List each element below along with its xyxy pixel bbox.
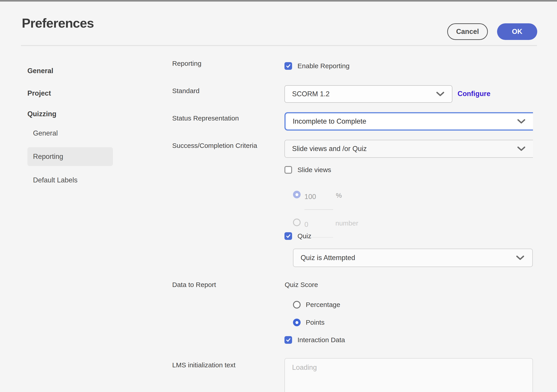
cancel-button[interactable]: Cancel bbox=[447, 23, 488, 40]
lms-initialization-text-input[interactable]: Loading bbox=[285, 358, 533, 392]
radio-dot bbox=[295, 193, 298, 196]
quiz-checkbox-label: Quiz bbox=[297, 231, 311, 241]
slide-views-number-radio bbox=[293, 219, 301, 226]
radio-dot bbox=[295, 321, 298, 324]
points-radio-label: Points bbox=[306, 318, 324, 327]
lms-initialization-text-label: LMS initialization text bbox=[172, 360, 236, 370]
percent-suffix-label: % bbox=[336, 191, 342, 200]
check-icon bbox=[286, 63, 291, 69]
percentage-radio-label: Percentage bbox=[306, 300, 340, 310]
sidebar-item-quizzing-general[interactable]: General bbox=[33, 128, 58, 138]
success-completion-criteria-label: Success/Completion Criteria bbox=[172, 141, 257, 151]
chevron-down-icon bbox=[517, 146, 533, 151]
check-icon bbox=[286, 337, 291, 343]
quiz-checkbox[interactable] bbox=[285, 232, 292, 240]
window-top-edge bbox=[0, 0, 557, 1]
status-representation-label: Status Representation bbox=[172, 113, 239, 123]
standard-select-value: SCORM 1.2 bbox=[285, 90, 436, 98]
interaction-data-checkbox[interactable] bbox=[285, 336, 292, 344]
status-representation-select-value: Incomplete to Complete bbox=[286, 117, 517, 125]
slide-views-checkbox[interactable] bbox=[285, 166, 292, 174]
sidebar-item-quizzing-reporting[interactable]: Reporting bbox=[27, 147, 113, 166]
number-suffix-label: number bbox=[336, 218, 358, 228]
sidebar-item-default-labels[interactable]: Default Labels bbox=[33, 175, 77, 185]
page-title: Preferences bbox=[22, 15, 94, 31]
sidebar-item-label: Reporting bbox=[27, 152, 63, 161]
check-icon bbox=[286, 233, 291, 239]
enable-reporting-checkbox[interactable] bbox=[285, 62, 292, 70]
success-completion-criteria-select-value: Slide views and /or Quiz bbox=[285, 145, 517, 153]
header-divider bbox=[21, 45, 537, 46]
ok-button[interactable]: OK bbox=[497, 23, 537, 40]
standard-label: Standard bbox=[172, 86, 200, 96]
sidebar-item-quizzing[interactable]: Quizzing bbox=[27, 109, 56, 119]
chevron-down-icon bbox=[436, 92, 452, 96]
enable-reporting-checkbox-label: Enable Reporting bbox=[297, 61, 350, 71]
standard-select[interactable]: SCORM 1.2 bbox=[285, 85, 452, 103]
quiz-criteria-select-value: Quiz is Attempted bbox=[294, 254, 516, 262]
slide-views-checkbox-label: Slide views bbox=[297, 165, 331, 175]
reporting-label: Reporting bbox=[172, 59, 201, 68]
success-completion-criteria-select[interactable]: Slide views and /or Quiz bbox=[285, 140, 533, 158]
chevron-down-icon bbox=[516, 255, 532, 260]
quiz-score-label: Quiz Score bbox=[285, 280, 318, 290]
chevron-down-icon bbox=[517, 119, 533, 124]
points-radio[interactable] bbox=[293, 319, 301, 326]
data-to-report-label: Data to Report bbox=[172, 280, 216, 290]
configure-link[interactable]: Configure bbox=[458, 89, 490, 99]
slide-views-percent-radio bbox=[293, 191, 301, 198]
percentage-radio[interactable] bbox=[293, 301, 301, 309]
sidebar-item-project[interactable]: Project bbox=[27, 88, 51, 98]
status-representation-select[interactable]: Incomplete to Complete bbox=[285, 112, 533, 131]
slide-views-percent-field: 100 bbox=[304, 190, 333, 210]
sidebar-item-general[interactable]: General bbox=[27, 66, 53, 76]
interaction-data-checkbox-label: Interaction Data bbox=[297, 335, 345, 345]
quiz-criteria-select[interactable]: Quiz is Attempted bbox=[293, 249, 533, 267]
preferences-dialog: Preferences Cancel OK General Project Qu… bbox=[0, 0, 557, 392]
